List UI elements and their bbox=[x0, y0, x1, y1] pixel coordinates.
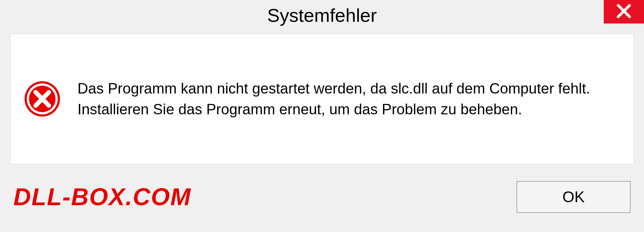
close-icon bbox=[615, 3, 632, 21]
error-message: Das Programm kann nicht gestartet werden… bbox=[77, 78, 597, 119]
watermark-text: DLL-BOX.COM bbox=[13, 183, 191, 211]
footer: DLL-BOX.COM OK bbox=[0, 172, 644, 232]
content-panel: Das Programm kann nicht gestartet werden… bbox=[10, 34, 634, 164]
ok-button[interactable]: OK bbox=[517, 181, 631, 213]
dialog-title: Systemfehler bbox=[267, 4, 377, 26]
error-icon bbox=[24, 80, 61, 117]
close-button[interactable] bbox=[604, 0, 644, 23]
titlebar: Systemfehler bbox=[0, 0, 644, 30]
